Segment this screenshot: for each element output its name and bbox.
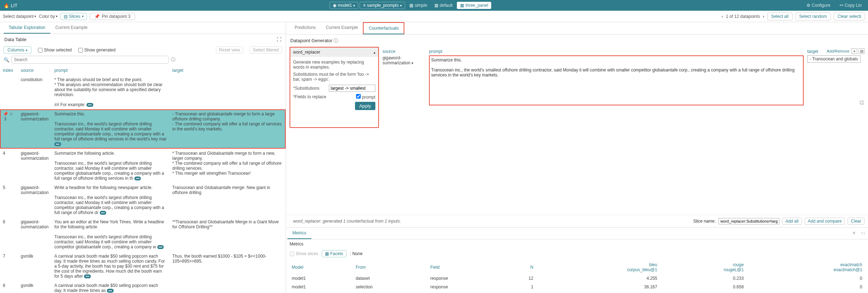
mcol-model[interactable]: Model [290, 261, 354, 274]
gear-icon: ⚙ [807, 3, 810, 8]
layout-icon: ▦ [434, 3, 438, 8]
table-row[interactable]: 8 gsm8k A carnival snack booth made $50 … [0, 281, 286, 293]
table-row[interactable]: 7 gsm8k A carnival snack booth made $50 … [0, 252, 286, 281]
col-index[interactable]: index [0, 66, 18, 75]
mcol-from[interactable]: From [354, 261, 428, 274]
layout-default[interactable]: ▦default [431, 2, 455, 9]
show-generated-input[interactable] [78, 48, 83, 53]
search-icon: 🔍 [4, 57, 9, 63]
slices-label: Slices [69, 14, 80, 19]
tab-tabular-exploration[interactable]: Tabular Exploration [4, 22, 50, 34]
show-slices-checkbox[interactable]: Show slices [290, 251, 318, 256]
chevron-down-icon: ▾ [26, 48, 28, 52]
select-datapoint-dropdown[interactable]: Select datapoint▾ [3, 14, 36, 19]
dataset-selector[interactable]: ≡sample_prompts▾ [360, 2, 405, 9]
select-filtered-button[interactable]: Select filtered [250, 46, 282, 54]
add-icon[interactable]: + [852, 48, 857, 54]
nav-next[interactable]: › [763, 14, 764, 19]
add-compare-button[interactable]: Add and compare [805, 218, 845, 225]
copy-icon[interactable]: ⿻ [860, 100, 864, 105]
ellipsis-icon[interactable]: ••• [134, 177, 141, 180]
show-selected-checkbox[interactable]: Show selected [38, 48, 72, 53]
mcol-rouge[interactable]: rougerougeL@1 [659, 261, 745, 274]
data-table[interactable]: index source prompt target constitution … [0, 66, 286, 293]
columns-dropdown[interactable]: Columns ▾ [4, 46, 31, 54]
target-chip[interactable]: - Transocean and globals [807, 55, 860, 63]
ellipsis-icon[interactable]: ••• [107, 289, 114, 293]
prompt-column: prompt Summarize this. Transocean inc., … [429, 47, 804, 131]
sort-icon[interactable]: ↑↓ [858, 228, 868, 239]
help-icon[interactable]: ⓘ [334, 38, 338, 43]
remove-icon[interactable]: ⊟ [859, 48, 864, 54]
table-row[interactable]: 6 gigaword-summarization You are an edit… [0, 217, 286, 252]
add-all-button[interactable]: Add all [782, 218, 802, 225]
mcol-exact[interactable]: exactmatchexactmatch@1 [746, 261, 864, 274]
table-row[interactable]: 📌 ☆ 3 gigaword-summarization Summarize t… [0, 109, 286, 149]
facets-none: : None [350, 251, 363, 256]
nav-prev[interactable]: ‹ [721, 14, 723, 19]
layout-simple[interactable]: ▦simple [406, 2, 430, 9]
prompt-textarea[interactable]: Summarize this. Transocean inc., the wor… [429, 55, 804, 105]
mcol-n[interactable]: N [506, 261, 535, 274]
layout-three-panel[interactable]: ▦three_panel [457, 2, 491, 9]
select-all-button[interactable]: Select all [767, 13, 793, 20]
cell-target: * Transocean and Globalsantafe merge to … [169, 149, 286, 183]
ellipsis-icon[interactable]: ••• [100, 211, 107, 215]
ellipsis-icon[interactable]: ••• [84, 274, 91, 278]
slice-name-label: Slice name: [693, 219, 716, 224]
help-icon[interactable]: ⓘ [171, 56, 176, 63]
field-prompt-checkbox[interactable]: prompt [356, 94, 375, 100]
generator-header[interactable]: word_replacer▴ [290, 48, 378, 57]
reset-view-button[interactable]: Reset view [216, 46, 243, 54]
table-row[interactable]: constitution * The analysis should be br… [0, 75, 286, 109]
expand-icon[interactable]: ⛶ [277, 37, 281, 42]
mcol-field[interactable]: Field [429, 261, 505, 274]
chevron-down-icon: ▾ [400, 4, 402, 8]
tab-predictions[interactable]: Predictions [290, 22, 321, 34]
table-row[interactable]: 4 gigaword-summarization Summarize the f… [0, 149, 286, 183]
apply-button[interactable]: Apply [355, 102, 375, 110]
source-dropdown[interactable]: gigaword-summarization ▾ [383, 55, 425, 65]
cell-index [0, 75, 18, 109]
copy-link-button[interactable]: ⚯Copy Lin [837, 2, 864, 9]
col-prompt[interactable]: prompt [51, 66, 169, 75]
pin-icon[interactable]: 📌 [3, 111, 8, 116]
link-icon: ⚯ [840, 3, 843, 8]
subs-input[interactable] [329, 85, 375, 92]
model-selector[interactable]: ◉model1▾ [330, 2, 358, 9]
slice-name-input[interactable] [719, 218, 779, 224]
facets-label: Facets [330, 251, 343, 256]
mcol-bleu[interactable]: bleucorpus_bleu@1 [536, 261, 659, 274]
ellipsis-icon[interactable]: ••• [54, 142, 61, 146]
chevron-down-icon: ▾ [56, 14, 58, 18]
cell-target [169, 75, 286, 109]
datapoint-count: 1 of 12 datapoints [726, 14, 760, 19]
ellipsis-icon[interactable]: ••• [157, 245, 164, 249]
tab-counterfactuals[interactable]: Counterfactuals [363, 22, 404, 34]
configure-button[interactable]: ⚙Configure [804, 2, 833, 9]
pin-datapoint-button[interactable]: 📌Pin datapoint 3 [90, 13, 135, 20]
clear-cf-button[interactable]: Clear [848, 218, 864, 225]
col-target[interactable]: target [169, 66, 286, 75]
col-source[interactable]: source [18, 66, 51, 75]
color-by-dropdown[interactable]: Color by▾ [39, 14, 58, 19]
add-remove-link[interactable]: Add/Remove [827, 49, 849, 53]
ellipsis-icon[interactable]: ••• [87, 103, 93, 107]
search-input[interactable] [11, 56, 169, 64]
table-row[interactable]: 5 gigaword-summarization Write a headlin… [0, 183, 286, 217]
clear-selection-button[interactable]: Clear selecti [834, 13, 865, 20]
select-random-button[interactable]: Select random [795, 13, 831, 20]
tab-metrics[interactable]: Metrics [287, 228, 311, 239]
facets-button[interactable]: ▦ Facets [322, 250, 346, 257]
target-column: target Add/Remove +⊟ - Transocean and gl… [807, 47, 864, 131]
star-icon[interactable]: ☆ [9, 111, 13, 116]
show-selected-input[interactable] [38, 48, 43, 53]
field-prompt-label: prompt [362, 95, 375, 100]
selection-toolbar: Select datapoint▾ Color by▾ ▤Slices▾ 📌Pi… [0, 11, 868, 22]
show-generated-checkbox[interactable]: Show generated [78, 48, 115, 53]
tab-current-example[interactable]: Current Example [321, 22, 363, 34]
field-prompt-input[interactable] [356, 94, 361, 99]
tab-current-example[interactable]: Current Example [50, 22, 93, 34]
slices-button[interactable]: ▤Slices▾ [60, 13, 87, 20]
drag-icon[interactable]: ≡ [850, 228, 858, 239]
